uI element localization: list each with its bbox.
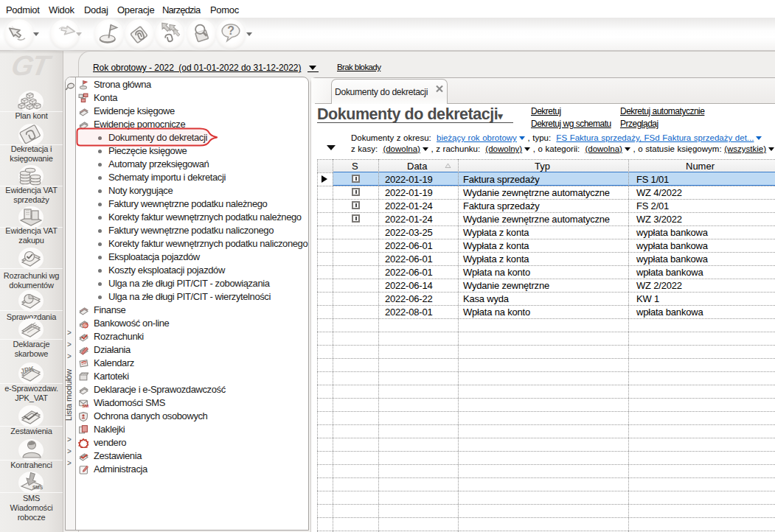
svg-text:SMS: SMS (82, 404, 88, 408)
svg-text:?: ? (227, 24, 234, 37)
svg-text:SMS: SMS (32, 485, 44, 490)
svg-text:@: @ (83, 323, 88, 328)
